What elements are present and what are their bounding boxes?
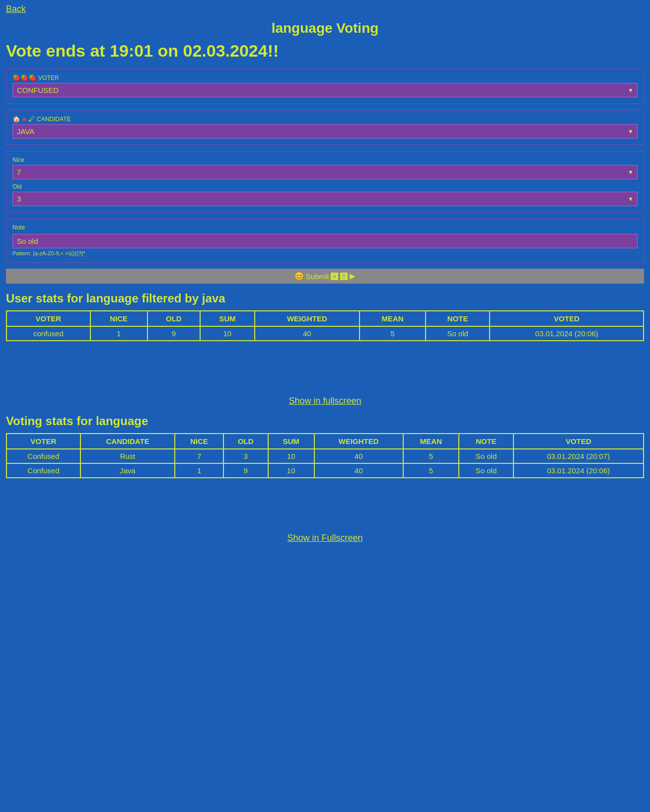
nice-label: Nice (12, 156, 638, 163)
candidate-field-label: 🏠🔺🖊 CANDIDATE (12, 115, 638, 123)
table-cell: 40 (314, 449, 403, 463)
submit-emoji-after2: 🅱 (340, 272, 348, 281)
table-cell: 3 (223, 449, 268, 463)
nice-row: Nice 12345678910 (12, 156, 638, 179)
submit-row: 😊 Submit 🅰 🅱 ▶ (6, 269, 644, 284)
table-cell: 5 (403, 449, 459, 463)
voting-stats-header-row: VOTER CANDIDATE NICE OLD SUM WEIGHTED ME… (6, 434, 644, 449)
vcol-weighted: WEIGHTED (314, 434, 403, 449)
user-stats-table: VOTER NICE OLD SUM WEIGHTED MEAN NOTE VO… (6, 310, 644, 341)
note-section: Note So old Pattern: [a-zA-Z0-9,< >\|(){… (6, 219, 644, 263)
voter-emoji: 🍓🍓🍓 (12, 74, 36, 81)
table-cell: 7 (175, 449, 223, 463)
candidate-section: 🏠🔺🖊 CANDIDATE JAVA (6, 110, 644, 145)
vcol-note: NOTE (459, 434, 513, 449)
table-cell: So old (459, 463, 513, 478)
col-weighted: WEIGHTED (255, 311, 360, 326)
candidate-select-wrapper: JAVA (12, 124, 638, 139)
pattern-note: Pattern: [a-zA-Z0-9,< >\|(){)?]* (12, 250, 638, 256)
table-row: ConfusedRust7310405So old03.01.2024 (20:… (6, 449, 644, 463)
table-cell: 1 (175, 463, 223, 478)
voting-stats-thead: VOTER CANDIDATE NICE OLD SUM WEIGHTED ME… (6, 434, 644, 449)
spacer2 (6, 483, 644, 523)
vcol-sum: SUM (268, 434, 314, 449)
col-mean: MEAN (360, 311, 426, 326)
table-cell: 03.01.2024 (20:06) (513, 463, 644, 478)
note-input[interactable]: So old (12, 234, 638, 248)
user-stats-thead: VOTER NICE OLD SUM WEIGHTED MEAN NOTE VO… (6, 311, 644, 326)
col-sum: SUM (200, 311, 255, 326)
col-nice: NICE (90, 311, 147, 326)
show-fullscreen-link2-wrapper: Show in Fullscreen (6, 533, 644, 543)
submit-label: Submit (306, 272, 329, 281)
scores-section: Nice 12345678910 Old 12345678910 (6, 151, 644, 213)
vcol-candidate: CANDIDATE (80, 434, 175, 449)
nice-select-wrapper: 12345678910 (12, 165, 638, 179)
voting-stats-table: VOTER CANDIDATE NICE OLD SUM WEIGHTED ME… (6, 433, 644, 478)
col-old: OLD (147, 311, 200, 326)
user-stats-tbody: confused1910405So old03.01.2024 (20:06) (6, 326, 644, 341)
col-voted: VOTED (490, 311, 644, 326)
candidate-emoji: 🏠🔺🖊 (12, 115, 35, 123)
nice-select[interactable]: 12345678910 (12, 165, 638, 179)
spacer1 (6, 346, 644, 386)
old-row: Old 12345678910 (12, 183, 638, 206)
voting-stats-tbody: ConfusedRust7310405So old03.01.2024 (20:… (6, 449, 644, 478)
table-cell: 10 (200, 326, 255, 341)
old-select-wrapper: 12345678910 (12, 192, 638, 206)
vcol-voted: VOTED (513, 434, 644, 449)
show-fullscreen-link-wrapper: Show in fullscreen (6, 396, 644, 406)
voter-select[interactable]: CONFUSED (12, 83, 638, 97)
vote-ends-text: Vote ends at 19:01 on 02.03.2024!! (6, 41, 644, 61)
table-cell: confused (6, 326, 90, 341)
submit-emoji-before: 😊 (294, 272, 304, 281)
old-label: Old (12, 183, 638, 190)
voter-select-wrapper: CONFUSED (12, 83, 638, 97)
table-cell: Confused (6, 449, 80, 463)
vcol-mean: MEAN (403, 434, 459, 449)
col-voter: VOTER (6, 311, 90, 326)
col-note: NOTE (426, 311, 490, 326)
show-fullscreen-link2[interactable]: Show in Fullscreen (287, 533, 362, 543)
table-cell: Rust (80, 449, 175, 463)
table-cell: 03.01.2024 (20:06) (490, 326, 644, 341)
note-label: Note (12, 224, 638, 231)
voter-label-text: VOTER (38, 74, 59, 81)
note-input-wrapper: So old (12, 234, 638, 248)
table-cell: Java (80, 463, 175, 478)
table-cell: 9 (147, 326, 200, 341)
vcol-nice: NICE (175, 434, 223, 449)
table-row: confused1910405So old03.01.2024 (20:06) (6, 326, 644, 341)
vcol-old: OLD (223, 434, 268, 449)
table-cell: 10 (268, 463, 314, 478)
voter-section: 🍓🍓🍓 VOTER CONFUSED (6, 69, 644, 104)
table-cell: 5 (403, 463, 459, 478)
table-cell: 40 (255, 326, 360, 341)
show-fullscreen-link[interactable]: Show in fullscreen (289, 396, 361, 406)
vcol-voter: VOTER (6, 434, 80, 449)
user-stats-header-row: VOTER NICE OLD SUM WEIGHTED MEAN NOTE VO… (6, 311, 644, 326)
voting-stats-heading: Voting stats for language (6, 414, 644, 428)
submit-emoji-after3: ▶ (350, 272, 356, 281)
user-stats-heading: User stats for language filtered by java (6, 292, 644, 305)
candidate-select[interactable]: JAVA (12, 124, 638, 139)
table-cell: 03.01.2024 (20:07) (513, 449, 644, 463)
table-cell: 10 (268, 449, 314, 463)
table-cell: 40 (314, 463, 403, 478)
table-row: ConfusedJava1910405So old03.01.2024 (20:… (6, 463, 644, 478)
submit-emoji-after1: 🅰 (331, 272, 338, 281)
table-cell: Confused (6, 463, 80, 478)
submit-button[interactable]: 😊 Submit 🅰 🅱 ▶ (294, 272, 356, 281)
table-cell: 1 (90, 326, 147, 341)
table-cell: 5 (360, 326, 426, 341)
back-link[interactable]: Back (6, 4, 26, 14)
voter-field-label: 🍓🍓🍓 VOTER (12, 74, 638, 81)
page-title: language Voting (6, 20, 644, 36)
table-cell: So old (459, 449, 513, 463)
table-cell: So old (426, 326, 490, 341)
candidate-label-text: CANDIDATE (37, 116, 71, 123)
table-cell: 9 (223, 463, 268, 478)
old-select[interactable]: 12345678910 (12, 192, 638, 206)
